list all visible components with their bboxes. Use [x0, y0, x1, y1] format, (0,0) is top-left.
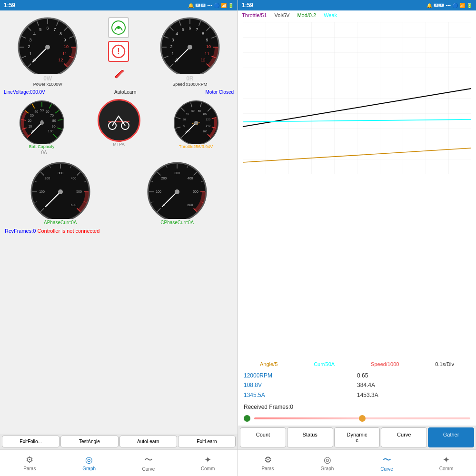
- chart-area: [238, 20, 476, 360]
- mtpa-container: MTPA: [98, 99, 140, 147]
- batt-gauge-container: Batt Capacity: [18, 97, 66, 149]
- right-paras-label: Paras: [261, 466, 274, 471]
- top-gauges-row: 0W Power x1000W !: [2, 12, 236, 87]
- batt-gauge: [18, 97, 66, 144]
- wrench-icon-box: [110, 65, 127, 82]
- curve-tab[interactable]: Curve: [381, 427, 427, 447]
- aphase-gauge: [30, 157, 91, 219]
- action-buttons-row: ExitFollo... TestAngle AutoLearn ExitLea…: [0, 434, 238, 449]
- received-frames-label: Received Frames:0: [238, 403, 476, 411]
- green-dot: [244, 415, 250, 422]
- mtpa-icon: [98, 99, 140, 142]
- aphase-gauge-container: APhaseCurr:0A: [30, 157, 91, 225]
- right-status-bar: 1:59 🔔 📧📧 ••• 🔵 📶 🔋: [238, 0, 476, 10]
- left-nav-paras[interactable]: ⚙ Paras: [0, 450, 60, 476]
- speedometer-icon: [111, 20, 126, 35]
- warning-icon: !: [111, 44, 126, 59]
- mid-labels-row: 0A: [2, 150, 236, 156]
- cphase-gauge: [146, 157, 208, 219]
- right-comm-label: Comm: [439, 466, 453, 471]
- left-main-content: 0W Power x1000W !: [0, 10, 238, 434]
- line-voltage-label: LineVoltage:000.0V: [4, 89, 45, 95]
- aphase-label: APhaseCurr:0A: [44, 220, 77, 225]
- not-connected-label: Controller is not connected: [37, 228, 99, 234]
- right-tab-buttons: Count Status Dynamic c Curve Gather: [238, 426, 476, 449]
- svg-text:!: !: [118, 47, 120, 55]
- slider-thumb[interactable]: [359, 415, 366, 422]
- exit-learn-button[interactable]: ExitLearn: [178, 436, 236, 447]
- svg-point-1: [117, 26, 120, 29]
- left-graph-icon: ◎: [85, 455, 93, 465]
- throttle-gauge: [172, 97, 220, 144]
- stats-area: 12000RPM 0.65 108.8V 384.4A 1345.5A 1453…: [238, 368, 476, 403]
- left-curve-icon: 〜: [144, 454, 153, 466]
- dynamic-tab[interactable]: Dynamic c: [334, 427, 380, 447]
- weak-chart-label: Weak: [324, 12, 337, 18]
- left-curve-label: Curve: [142, 466, 155, 472]
- timediv-label: 0.1s/Div: [435, 361, 454, 367]
- left-nav-comm[interactable]: ✦ Comm: [178, 450, 238, 476]
- test-angle-button[interactable]: TestAngle: [60, 436, 118, 447]
- speed-label: Speed/1000: [371, 361, 399, 367]
- right-graph-label: Graph: [321, 466, 334, 471]
- right-nav-curve[interactable]: 〜 Curve: [357, 450, 416, 476]
- left-comm-label: Comm: [201, 466, 215, 471]
- exit-follo-button[interactable]: ExitFollo...: [2, 436, 60, 447]
- main-chart: [240, 22, 474, 174]
- gather-tab[interactable]: Gather: [428, 427, 474, 447]
- phase-a-label: 0A: [41, 150, 47, 155]
- wrench-icon: [112, 67, 125, 80]
- chart-labels-top: Throttle/51 Vol/5V Mod/0.2 Weak: [238, 10, 476, 20]
- power-gauge-container: 0W Power x1000W: [17, 12, 79, 87]
- warning-icon-box: !: [108, 41, 129, 62]
- slider-row: [238, 411, 476, 426]
- angle-label: Angle/5: [260, 361, 278, 367]
- right-time: 1:59: [242, 2, 253, 9]
- left-time: 1:59: [4, 2, 15, 9]
- connection-status-row: RcvFrames:0 Controller is not connected: [2, 226, 236, 236]
- stat-current: 1345.5A: [244, 390, 357, 400]
- cphase-gauge-container: CPhaseCurr:0A: [146, 157, 208, 225]
- speed-icon-box: [108, 17, 129, 38]
- bicycle-icon: [106, 108, 132, 134]
- mod-chart-label: Mod/0.2: [297, 12, 316, 18]
- left-status-bar: 1:59 🔔 📧📧 ••• 🔵 📶 🔋: [0, 0, 238, 10]
- mtpa-label: MTPA: [113, 142, 124, 147]
- left-panel: 1:59 🔔 📧📧 ••• 🔵 📶 🔋 0W Power x1000W: [0, 0, 238, 476]
- right-nav-paras[interactable]: ⚙ Paras: [238, 450, 298, 476]
- power-gauge-label: 0W Power x1000W: [33, 75, 62, 87]
- right-panel: 1:59 🔔 📧📧 ••• 🔵 📶 🔋 Throttle/51 Vol/5V M…: [238, 0, 476, 476]
- right-curve-icon: 〜: [383, 454, 391, 466]
- stat-rpm: 12000RPM: [244, 371, 357, 380]
- right-graph-icon: ◎: [324, 455, 331, 465]
- slider-track[interactable]: [254, 417, 470, 419]
- left-paras-label: Paras: [23, 466, 36, 471]
- left-graph-label: Graph: [82, 466, 96, 471]
- left-paras-icon: ⚙: [26, 455, 33, 465]
- stat-val1: 0.65: [357, 371, 470, 380]
- power-gauge: [17, 12, 79, 74]
- status-tab[interactable]: Status: [287, 427, 333, 447]
- batt-label: Batt Capacity: [29, 144, 55, 149]
- curr-label: Curr/50A: [314, 361, 335, 367]
- right-nav-graph[interactable]: ◎ Graph: [298, 450, 357, 476]
- right-nav-comm[interactable]: ✦ Comm: [416, 450, 476, 476]
- auto-learn-button[interactable]: AutoLearn: [119, 436, 177, 447]
- motor-closed-label: Motor Closed: [206, 89, 234, 95]
- left-nav-curve[interactable]: 〜 Curve: [119, 450, 178, 476]
- left-nav-graph[interactable]: ◎ Graph: [60, 450, 119, 476]
- mid-gauges-row: Batt Capacity MTPA Throttl: [2, 97, 236, 149]
- bot-gauges-row: APhaseCurr:0A CPhaseCurr:0A: [2, 157, 236, 225]
- stat-voltage: 108.8V: [244, 380, 357, 390]
- left-bottom-nav: ⚙ Paras ◎ Graph 〜 Curve ✦ Comm: [0, 449, 238, 476]
- right-status-icons: 🔔 📧📧 ••• 🔵 📶 🔋: [426, 3, 472, 8]
- right-curve-label: Curve: [380, 466, 393, 472]
- center-icons-col: !: [108, 17, 129, 82]
- throttle-chart-label: Throttle/51: [242, 12, 267, 18]
- auto-learn-label: AutoLearn: [114, 89, 136, 95]
- cphase-label: CPhaseCurr:0A: [160, 220, 194, 225]
- count-tab[interactable]: Count: [240, 427, 286, 447]
- right-paras-icon: ⚙: [264, 455, 272, 465]
- info-row: LineVoltage:000.0V AutoLearn Motor Close…: [2, 89, 236, 96]
- right-comm-icon: ✦: [443, 455, 450, 465]
